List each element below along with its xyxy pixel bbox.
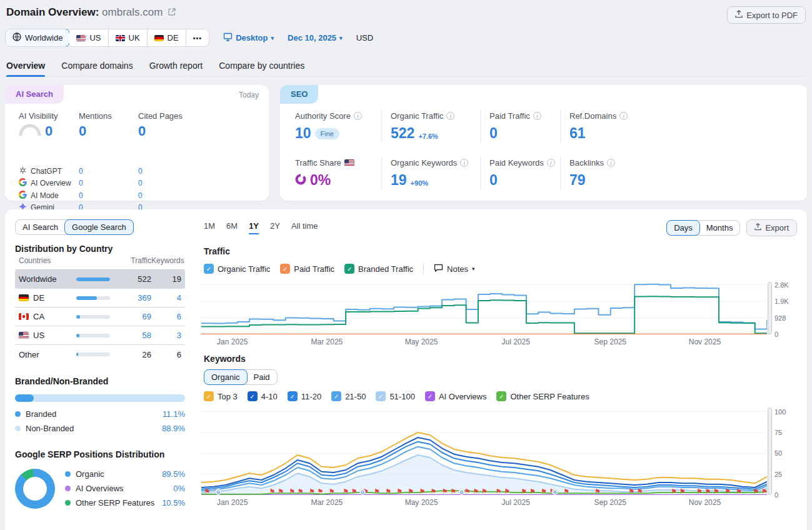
engine-cited[interactable]: 0	[138, 179, 260, 188]
svg-text:⚑: ⚑	[419, 488, 425, 495]
upload-icon	[735, 10, 743, 20]
days-toggle[interactable]: Days	[666, 220, 700, 236]
traffic-chart[interactable]: Jan 2025Mar 2025May 2025Jul 2025Sep 2025…	[201, 282, 767, 348]
organic-traffic-value[interactable]: 522	[391, 125, 414, 142]
checkbox-icon	[288, 391, 298, 401]
country-row-us[interactable]: US 58 3	[15, 326, 185, 345]
range-6m[interactable]: 6M	[226, 221, 238, 234]
organic-toggle[interactable]: Organic	[204, 369, 248, 385]
ref-domains-value[interactable]: 61	[569, 125, 586, 142]
country-row-de[interactable]: DE 369 4	[15, 289, 185, 308]
external-link-icon[interactable]	[168, 6, 176, 19]
country-keywords: 6	[151, 350, 181, 359]
engine-label: AI Mode	[31, 191, 59, 200]
country-row-worldwide[interactable]: Worldwide 522 19	[15, 270, 185, 289]
keywords-chart[interactable]: ⚑⚑⚑⚑⚑⚑⚑⚑⚑⚑⚑⚑⚑⚑⚑⚑⚑⚑⚑⚑⚑⚑⚑⚑⚑⚑⚑⚑⚑⚑⚑⚑⚑⚑⚑⚑⚑⚑⚑⚑…	[201, 408, 767, 508]
country-traffic[interactable]: 369	[110, 293, 151, 302]
organic-traffic-checkbox[interactable]: Organic Traffic	[204, 264, 270, 274]
branded-traffic-checkbox[interactable]: Branded Traffic	[344, 264, 413, 274]
range-1y[interactable]: 1Y	[249, 221, 259, 234]
svg-text:⚑: ⚑	[696, 488, 703, 495]
country-chip-worldwide[interactable]: Worldwide	[5, 29, 70, 47]
serp-donut-chart[interactable]	[15, 469, 55, 509]
google-search-toggle[interactable]: Google Search	[64, 219, 134, 235]
country-keywords[interactable]: 6	[151, 312, 181, 321]
country-traffic[interactable]: 69	[110, 312, 151, 321]
svg-text:⚑: ⚑	[671, 488, 677, 495]
pos51-100-checkbox[interactable]: 51-100	[376, 391, 414, 401]
export-button[interactable]: Export	[746, 219, 797, 236]
country-row-other[interactable]: Other 26 6	[15, 345, 185, 364]
country-bar	[76, 315, 110, 319]
currency-label[interactable]: USD	[356, 33, 373, 42]
engine-label: AI Overview	[31, 179, 71, 188]
country-keywords[interactable]: 3	[151, 331, 181, 340]
paid-traffic-value[interactable]: 0	[489, 125, 498, 142]
paid-traffic-checkbox[interactable]: Paid Traffic	[280, 264, 334, 274]
other-serp-checkbox[interactable]: Other SERP Features	[496, 391, 589, 401]
backlinks-value[interactable]: 79	[569, 172, 586, 189]
country-row-ca[interactable]: CA 69 6	[15, 308, 185, 326]
country-chip-uk[interactable]: UK	[109, 29, 148, 46]
country-selector: Worldwide US UK DE •••	[5, 29, 209, 47]
serp-title: Google SERP Positions Distribution	[15, 449, 185, 459]
info-icon[interactable]	[533, 112, 541, 120]
serp-positions-section: Google SERP Positions Distribution Organ…	[15, 449, 185, 510]
pos4-10-checkbox[interactable]: 4-10	[248, 391, 278, 401]
organic-keywords-value[interactable]: 19	[391, 172, 407, 189]
info-icon[interactable]	[354, 112, 362, 120]
engine-mentions[interactable]: 0	[79, 167, 138, 176]
tab-overview[interactable]: Overview	[6, 57, 45, 76]
range-2y[interactable]: 2Y	[270, 221, 280, 234]
serp-value: 10.5%	[162, 498, 185, 508]
country-keywords[interactable]: 4	[151, 293, 181, 302]
engine-cited[interactable]: 0	[138, 191, 260, 200]
paid-toggle[interactable]: Paid	[247, 370, 277, 384]
svg-text:⚑: ⚑	[396, 488, 403, 495]
ai-search-toggle[interactable]: AI Search	[16, 220, 65, 234]
serp-label: Other SERP Features	[76, 498, 162, 508]
engine-mentions[interactable]: 0	[79, 191, 138, 200]
metric-ref-domains: Ref.Domains 61	[560, 110, 801, 143]
ai-engine-row-chatgpt[interactable]: ChatGPT 0 0	[19, 165, 260, 178]
tab-compare-by-countries[interactable]: Compare by countries	[219, 57, 304, 76]
export-to-pdf-button[interactable]: Export to PDF	[727, 6, 806, 24]
info-icon[interactable]	[619, 112, 628, 120]
range-1m[interactable]: 1M	[204, 221, 215, 234]
country-traffic[interactable]: 58	[110, 331, 151, 340]
country-chip-us[interactable]: US	[69, 29, 108, 46]
svg-text:⚑: ⚑	[521, 488, 527, 495]
svg-text:⚑: ⚑	[204, 488, 211, 495]
engine-mentions[interactable]: 0	[79, 179, 138, 188]
device-dropdown[interactable]: Desktop ▾	[223, 32, 274, 43]
chart-range-handle[interactable]	[768, 282, 772, 334]
pos21-50-checkbox[interactable]: 21-50	[331, 391, 366, 401]
info-icon[interactable]	[460, 159, 468, 167]
country-name: Other	[19, 350, 76, 359]
engine-cited[interactable]: 0	[138, 167, 260, 176]
svg-text:⚑: ⚑	[464, 488, 471, 495]
ai-overviews-checkbox[interactable]: AI Overviews	[425, 391, 487, 401]
ai-engine-row-ai-mode[interactable]: AI Mode 0 0	[19, 189, 260, 202]
info-icon[interactable]	[547, 159, 555, 167]
organic-traffic-delta: +7.6%	[418, 132, 438, 140]
ai-visibility-label: AI Visibility	[19, 111, 79, 123]
tab-growth-report[interactable]: Growth report	[149, 57, 203, 76]
top3-checkbox[interactable]: Top 3	[204, 391, 238, 401]
ai-engine-row-ai-overview[interactable]: AI Overview 0 0	[19, 178, 260, 190]
info-icon[interactable]	[607, 159, 615, 167]
info-icon[interactable]	[446, 112, 454, 120]
paid-keywords-value[interactable]: 0	[489, 172, 498, 189]
notes-dropdown[interactable]: Notes ▾	[434, 264, 475, 274]
country-keywords: 19	[151, 274, 181, 284]
range-all-time[interactable]: All time	[291, 221, 318, 234]
chart-range-handle[interactable]	[768, 408, 772, 495]
country-chip-de[interactable]: DE	[148, 29, 186, 46]
months-toggle[interactable]: Months	[699, 221, 740, 235]
nonbranded-value: 88.9%	[162, 424, 185, 433]
tab-compare-domains[interactable]: Compare domains	[61, 57, 133, 76]
pos11-20-checkbox[interactable]: 11-20	[288, 391, 321, 401]
more-countries-button[interactable]: •••	[186, 29, 209, 46]
date-dropdown[interactable]: Dec 10, 2025 ▾	[288, 33, 343, 42]
backlinks-label: Backlinks	[569, 158, 604, 168]
